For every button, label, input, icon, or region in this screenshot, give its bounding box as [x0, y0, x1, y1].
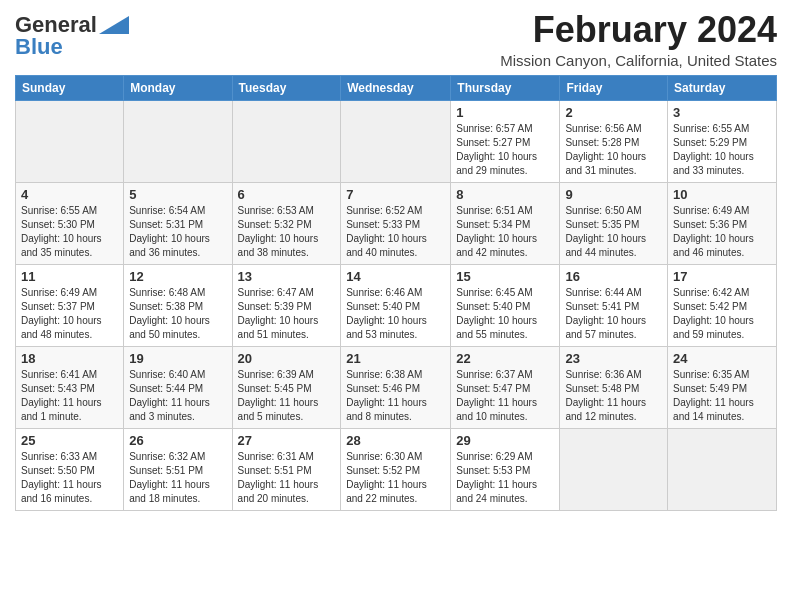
cell-info-text: Sunrise: 6:45 AM Sunset: 5:40 PM Dayligh…	[456, 286, 554, 342]
calendar-cell: 18Sunrise: 6:41 AM Sunset: 5:43 PM Dayli…	[16, 346, 124, 428]
cell-info-text: Sunrise: 6:38 AM Sunset: 5:46 PM Dayligh…	[346, 368, 445, 424]
cell-info-text: Sunrise: 6:42 AM Sunset: 5:42 PM Dayligh…	[673, 286, 771, 342]
cell-date-number: 16	[565, 269, 662, 284]
cell-date-number: 23	[565, 351, 662, 366]
calendar-cell: 9Sunrise: 6:50 AM Sunset: 5:35 PM Daylig…	[560, 182, 668, 264]
cell-date-number: 8	[456, 187, 554, 202]
calendar-cell: 11Sunrise: 6:49 AM Sunset: 5:37 PM Dayli…	[16, 264, 124, 346]
calendar-cell: 29Sunrise: 6:29 AM Sunset: 5:53 PM Dayli…	[451, 428, 560, 510]
cell-date-number: 13	[238, 269, 336, 284]
cell-info-text: Sunrise: 6:50 AM Sunset: 5:35 PM Dayligh…	[565, 204, 662, 260]
cell-date-number: 27	[238, 433, 336, 448]
day-header-sunday: Sunday	[16, 75, 124, 100]
cell-date-number: 5	[129, 187, 226, 202]
calendar-cell: 13Sunrise: 6:47 AM Sunset: 5:39 PM Dayli…	[232, 264, 341, 346]
calendar-cell: 28Sunrise: 6:30 AM Sunset: 5:52 PM Dayli…	[341, 428, 451, 510]
day-header-monday: Monday	[124, 75, 232, 100]
week-row-1: 1Sunrise: 6:57 AM Sunset: 5:27 PM Daylig…	[16, 100, 777, 182]
cell-info-text: Sunrise: 6:35 AM Sunset: 5:49 PM Dayligh…	[673, 368, 771, 424]
calendar-cell	[560, 428, 668, 510]
cell-date-number: 25	[21, 433, 118, 448]
calendar-cell: 20Sunrise: 6:39 AM Sunset: 5:45 PM Dayli…	[232, 346, 341, 428]
calendar-cell: 15Sunrise: 6:45 AM Sunset: 5:40 PM Dayli…	[451, 264, 560, 346]
calendar-header: SundayMondayTuesdayWednesdayThursdayFrid…	[16, 75, 777, 100]
location: Mission Canyon, California, United State…	[500, 52, 777, 69]
cell-info-text: Sunrise: 6:49 AM Sunset: 5:36 PM Dayligh…	[673, 204, 771, 260]
calendar-cell: 24Sunrise: 6:35 AM Sunset: 5:49 PM Dayli…	[668, 346, 777, 428]
cell-date-number: 20	[238, 351, 336, 366]
calendar-body: 1Sunrise: 6:57 AM Sunset: 5:27 PM Daylig…	[16, 100, 777, 510]
cell-info-text: Sunrise: 6:51 AM Sunset: 5:34 PM Dayligh…	[456, 204, 554, 260]
calendar-cell: 6Sunrise: 6:53 AM Sunset: 5:32 PM Daylig…	[232, 182, 341, 264]
cell-date-number: 1	[456, 105, 554, 120]
calendar-cell: 21Sunrise: 6:38 AM Sunset: 5:46 PM Dayli…	[341, 346, 451, 428]
calendar-cell: 10Sunrise: 6:49 AM Sunset: 5:36 PM Dayli…	[668, 182, 777, 264]
cell-info-text: Sunrise: 6:31 AM Sunset: 5:51 PM Dayligh…	[238, 450, 336, 506]
calendar-cell: 19Sunrise: 6:40 AM Sunset: 5:44 PM Dayli…	[124, 346, 232, 428]
cell-date-number: 4	[21, 187, 118, 202]
cell-info-text: Sunrise: 6:52 AM Sunset: 5:33 PM Dayligh…	[346, 204, 445, 260]
cell-info-text: Sunrise: 6:55 AM Sunset: 5:30 PM Dayligh…	[21, 204, 118, 260]
cell-info-text: Sunrise: 6:44 AM Sunset: 5:41 PM Dayligh…	[565, 286, 662, 342]
week-row-2: 4Sunrise: 6:55 AM Sunset: 5:30 PM Daylig…	[16, 182, 777, 264]
cell-date-number: 12	[129, 269, 226, 284]
cell-info-text: Sunrise: 6:30 AM Sunset: 5:52 PM Dayligh…	[346, 450, 445, 506]
cell-date-number: 3	[673, 105, 771, 120]
calendar-cell	[341, 100, 451, 182]
calendar-cell: 16Sunrise: 6:44 AM Sunset: 5:41 PM Dayli…	[560, 264, 668, 346]
logo-blue-text: Blue	[15, 36, 63, 58]
day-header-thursday: Thursday	[451, 75, 560, 100]
cell-info-text: Sunrise: 6:47 AM Sunset: 5:39 PM Dayligh…	[238, 286, 336, 342]
week-row-5: 25Sunrise: 6:33 AM Sunset: 5:50 PM Dayli…	[16, 428, 777, 510]
cell-date-number: 11	[21, 269, 118, 284]
cell-date-number: 7	[346, 187, 445, 202]
cell-info-text: Sunrise: 6:48 AM Sunset: 5:38 PM Dayligh…	[129, 286, 226, 342]
calendar-cell: 26Sunrise: 6:32 AM Sunset: 5:51 PM Dayli…	[124, 428, 232, 510]
cell-info-text: Sunrise: 6:56 AM Sunset: 5:28 PM Dayligh…	[565, 122, 662, 178]
calendar-cell: 25Sunrise: 6:33 AM Sunset: 5:50 PM Dayli…	[16, 428, 124, 510]
logo-icon	[99, 16, 129, 34]
cell-info-text: Sunrise: 6:55 AM Sunset: 5:29 PM Dayligh…	[673, 122, 771, 178]
cell-info-text: Sunrise: 6:53 AM Sunset: 5:32 PM Dayligh…	[238, 204, 336, 260]
title-block: February 2024 Mission Canyon, California…	[500, 10, 777, 69]
week-row-3: 11Sunrise: 6:49 AM Sunset: 5:37 PM Dayli…	[16, 264, 777, 346]
calendar-cell: 17Sunrise: 6:42 AM Sunset: 5:42 PM Dayli…	[668, 264, 777, 346]
cell-date-number: 17	[673, 269, 771, 284]
calendar-cell	[668, 428, 777, 510]
month-year: February 2024	[500, 10, 777, 50]
cell-date-number: 28	[346, 433, 445, 448]
cell-info-text: Sunrise: 6:40 AM Sunset: 5:44 PM Dayligh…	[129, 368, 226, 424]
calendar-cell: 14Sunrise: 6:46 AM Sunset: 5:40 PM Dayli…	[341, 264, 451, 346]
logo: General Blue	[15, 14, 129, 58]
cell-date-number: 24	[673, 351, 771, 366]
cell-date-number: 10	[673, 187, 771, 202]
cell-info-text: Sunrise: 6:33 AM Sunset: 5:50 PM Dayligh…	[21, 450, 118, 506]
svg-marker-0	[99, 16, 129, 34]
calendar-cell	[232, 100, 341, 182]
calendar-cell: 5Sunrise: 6:54 AM Sunset: 5:31 PM Daylig…	[124, 182, 232, 264]
cell-date-number: 22	[456, 351, 554, 366]
cell-info-text: Sunrise: 6:29 AM Sunset: 5:53 PM Dayligh…	[456, 450, 554, 506]
calendar-cell: 23Sunrise: 6:36 AM Sunset: 5:48 PM Dayli…	[560, 346, 668, 428]
calendar-cell	[16, 100, 124, 182]
logo-general-text: General	[15, 14, 97, 36]
cell-date-number: 2	[565, 105, 662, 120]
cell-date-number: 6	[238, 187, 336, 202]
cell-date-number: 29	[456, 433, 554, 448]
day-header-friday: Friday	[560, 75, 668, 100]
day-header-tuesday: Tuesday	[232, 75, 341, 100]
cell-info-text: Sunrise: 6:37 AM Sunset: 5:47 PM Dayligh…	[456, 368, 554, 424]
cell-date-number: 26	[129, 433, 226, 448]
cell-date-number: 9	[565, 187, 662, 202]
cell-info-text: Sunrise: 6:57 AM Sunset: 5:27 PM Dayligh…	[456, 122, 554, 178]
day-headers-row: SundayMondayTuesdayWednesdayThursdayFrid…	[16, 75, 777, 100]
cell-date-number: 21	[346, 351, 445, 366]
calendar-cell: 12Sunrise: 6:48 AM Sunset: 5:38 PM Dayli…	[124, 264, 232, 346]
calendar-cell: 2Sunrise: 6:56 AM Sunset: 5:28 PM Daylig…	[560, 100, 668, 182]
cell-date-number: 14	[346, 269, 445, 284]
calendar-cell: 1Sunrise: 6:57 AM Sunset: 5:27 PM Daylig…	[451, 100, 560, 182]
calendar-cell: 3Sunrise: 6:55 AM Sunset: 5:29 PM Daylig…	[668, 100, 777, 182]
cell-info-text: Sunrise: 6:32 AM Sunset: 5:51 PM Dayligh…	[129, 450, 226, 506]
cell-info-text: Sunrise: 6:46 AM Sunset: 5:40 PM Dayligh…	[346, 286, 445, 342]
cell-info-text: Sunrise: 6:39 AM Sunset: 5:45 PM Dayligh…	[238, 368, 336, 424]
